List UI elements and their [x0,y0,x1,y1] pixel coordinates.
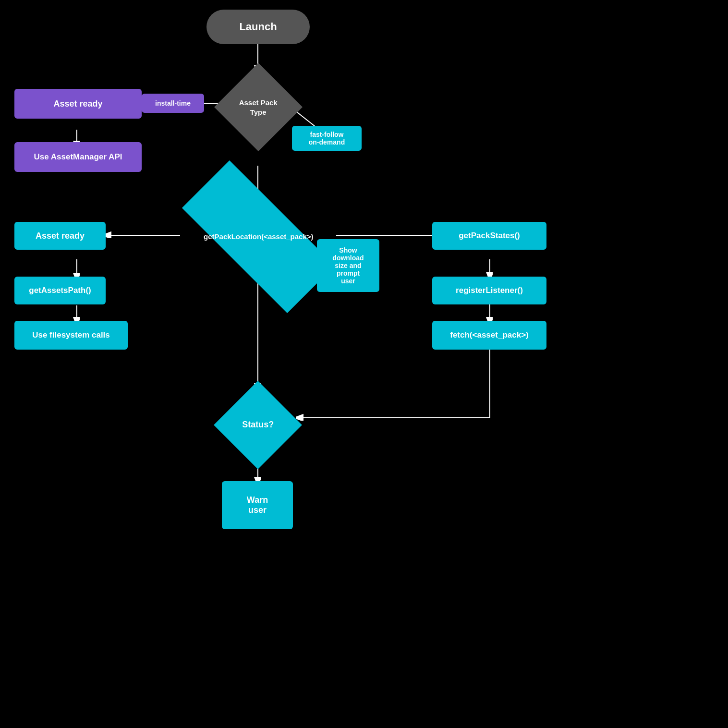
status-diamond: Status? [214,381,302,469]
status-diamond-wrapper: Status? [217,384,299,466]
get-pack-location-diamond: getPackLocation(<asset_pack>) [182,160,334,313]
asset-pack-type-diamond-wrapper: Asset Pack Type [218,67,298,146]
status-label: Status? [240,417,276,433]
install-time-badge: install-time [142,94,204,113]
warn-user: Warn user [222,481,293,529]
get-pack-location-label: getPackLocation(<asset_pack>) [201,230,315,244]
launch-node: Launch [206,10,310,44]
use-asset-manager: Use AssetManager API [14,142,142,172]
flowchart: Launch install-time Asset Pack Type fast… [0,0,728,728]
use-filesystem-calls: Use filesystem calls [14,321,128,350]
asset-pack-type-diamond: Asset Pack Type [214,63,303,151]
fetch-asset-pack: fetch(<asset_pack>) [432,321,546,350]
asset-pack-type-label: Asset Pack Type [236,95,279,119]
asset-ready-2: Asset ready [14,222,106,250]
register-listener: registerListener() [432,277,546,304]
fast-follow-badge: fast-follow on-demand [292,126,362,151]
get-pack-states: getPackStates() [432,222,546,250]
asset-ready-1: Asset ready [14,89,142,119]
launch-label: Launch [239,21,277,33]
get-assets-path: getAssetsPath() [14,277,106,304]
show-download-size: Show download size and prompt user [317,239,379,292]
